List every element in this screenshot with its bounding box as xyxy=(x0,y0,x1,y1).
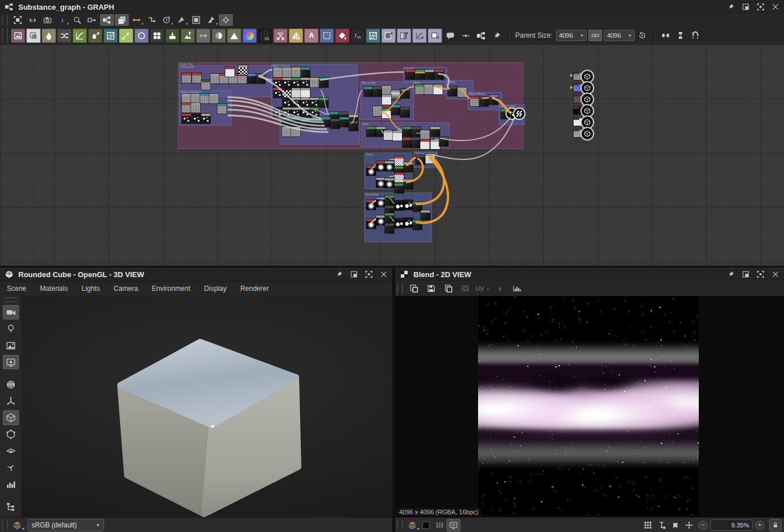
graph-node[interactable] xyxy=(424,85,433,94)
graph-node[interactable] xyxy=(373,106,382,116)
graph-node[interactable] xyxy=(319,98,328,107)
graph-node[interactable] xyxy=(367,200,376,210)
colorspace-select[interactable]: sRGB (default) ▼ xyxy=(27,519,104,531)
scene-tree-icon[interactable] xyxy=(3,499,19,514)
snap-magnet-icon[interactable] xyxy=(689,30,702,41)
graph-node[interactable] xyxy=(382,86,391,95)
image-refresh-icon[interactable] xyxy=(457,282,473,295)
graph-node[interactable] xyxy=(310,107,319,117)
graph-node[interactable] xyxy=(292,67,301,77)
shape-node-button[interactable] xyxy=(397,29,411,43)
graph-node[interactable] xyxy=(404,218,413,227)
graph-node[interactable] xyxy=(225,67,234,77)
wire-sphere-icon[interactable] xyxy=(3,377,19,391)
distance-node-button[interactable] xyxy=(104,29,118,43)
graph-view-icon[interactable] xyxy=(100,14,114,26)
graph-node[interactable] xyxy=(385,223,394,233)
graph-node[interactable] xyxy=(282,127,291,137)
graph-node[interactable] xyxy=(425,70,434,79)
graph-node[interactable] xyxy=(376,161,385,171)
spline-node-button[interactable] xyxy=(273,29,288,43)
graph-node[interactable] xyxy=(470,97,479,106)
graph-node[interactable] xyxy=(292,78,301,87)
paste-image-icon[interactable] xyxy=(440,282,456,295)
symmetry-node-button[interactable] xyxy=(289,29,303,43)
graph-node[interactable] xyxy=(391,90,400,100)
pin-icon[interactable] xyxy=(725,269,737,279)
graph-node[interactable] xyxy=(420,130,429,140)
graph-node[interactable] xyxy=(373,87,382,97)
graph-node[interactable] xyxy=(393,131,402,141)
link-color-icon[interactable]: ▼ xyxy=(130,14,144,26)
text-node-button[interactable]: A xyxy=(304,29,319,43)
uv-dropdown[interactable]: UV▼ xyxy=(475,282,491,295)
pin-tool-button[interactable] xyxy=(489,29,504,43)
graph-node[interactable] xyxy=(282,107,292,117)
graph-node[interactable] xyxy=(415,70,424,79)
turbine-icon[interactable] xyxy=(3,461,19,475)
graph-node[interactable] xyxy=(425,154,435,163)
info-icon[interactable]: i xyxy=(492,282,508,295)
flood-fill-node-button[interactable] xyxy=(335,29,349,43)
graph-node[interactable] xyxy=(457,87,467,97)
link-size-icon[interactable] xyxy=(588,30,602,41)
selection-node-button[interactable] xyxy=(320,29,334,43)
graph-node[interactable] xyxy=(391,105,400,115)
svg-node-button[interactable] xyxy=(26,29,41,43)
grid-icon[interactable] xyxy=(641,519,655,531)
graph-node[interactable] xyxy=(301,78,310,87)
display-filter-icon[interactable] xyxy=(447,519,460,531)
graph-node[interactable] xyxy=(404,162,413,172)
display-settings-icon[interactable] xyxy=(3,355,19,369)
graph-node[interactable] xyxy=(273,88,282,98)
graph-node[interactable] xyxy=(431,139,440,149)
layers-stack-icon[interactable] xyxy=(115,14,129,26)
graph-node[interactable] xyxy=(301,119,311,129)
graph-node[interactable] xyxy=(420,139,429,149)
final-output-node[interactable] xyxy=(513,107,526,120)
actual-size-icon[interactable] xyxy=(655,519,668,531)
graph-node[interactable] xyxy=(435,70,444,79)
graph-node[interactable] xyxy=(217,104,226,114)
graph-node[interactable] xyxy=(404,179,413,189)
close-icon[interactable] xyxy=(769,2,782,12)
histogram-scan-node-button[interactable] xyxy=(227,29,241,43)
screenshot-icon[interactable] xyxy=(41,14,54,26)
graph-node[interactable] xyxy=(413,220,422,230)
graph-node[interactable] xyxy=(238,74,247,83)
graph-node[interactable] xyxy=(395,183,404,193)
parent-size-height-select[interactable]: 4096▼ xyxy=(604,30,635,41)
zoom-level-field[interactable]: 9.35% xyxy=(710,519,753,531)
graph-node[interactable] xyxy=(395,201,404,210)
environment-tool-icon[interactable] xyxy=(3,338,19,353)
value-processor-node-button[interactable]: ƒ01 xyxy=(351,29,365,43)
graph-node[interactable] xyxy=(282,67,292,77)
gradient-map-node-button[interactable] xyxy=(181,29,195,43)
zoom-in-button[interactable]: + xyxy=(755,521,765,530)
graph-node[interactable] xyxy=(395,173,404,182)
pin-link-tool-button[interactable] xyxy=(459,29,473,43)
graph-node[interactable] xyxy=(403,127,412,137)
graph-node[interactable] xyxy=(412,127,421,137)
panel-splitter-horizontal[interactable] xyxy=(0,266,784,267)
graph-node[interactable] xyxy=(395,218,404,228)
graph-node[interactable] xyxy=(439,137,448,146)
graph-node[interactable] xyxy=(209,94,218,103)
gradient-axial-node-button[interactable] xyxy=(165,29,180,43)
menu-camera[interactable]: Camera xyxy=(107,282,145,295)
parent-size-width-select[interactable]: 4096▼ xyxy=(556,30,587,41)
graph-canvas[interactable]: Color SkyContinentMain CoastlineMain Isl… xyxy=(0,45,784,267)
square-shape-node-button[interactable] xyxy=(428,29,442,43)
graph-node[interactable] xyxy=(416,155,425,165)
graph-node[interactable] xyxy=(291,127,300,137)
levels-node-button[interactable]: 01 xyxy=(258,29,272,43)
axes-icon[interactable] xyxy=(3,394,19,408)
graph-node[interactable] xyxy=(400,107,409,117)
graph-node[interactable] xyxy=(256,74,265,83)
graph-node[interactable] xyxy=(301,107,310,117)
graph-node[interactable] xyxy=(292,98,301,107)
graph-node[interactable] xyxy=(395,156,404,166)
dot-node-button[interactable] xyxy=(196,29,210,43)
graph-node[interactable] xyxy=(403,138,412,147)
graph-node[interactable] xyxy=(273,107,282,117)
